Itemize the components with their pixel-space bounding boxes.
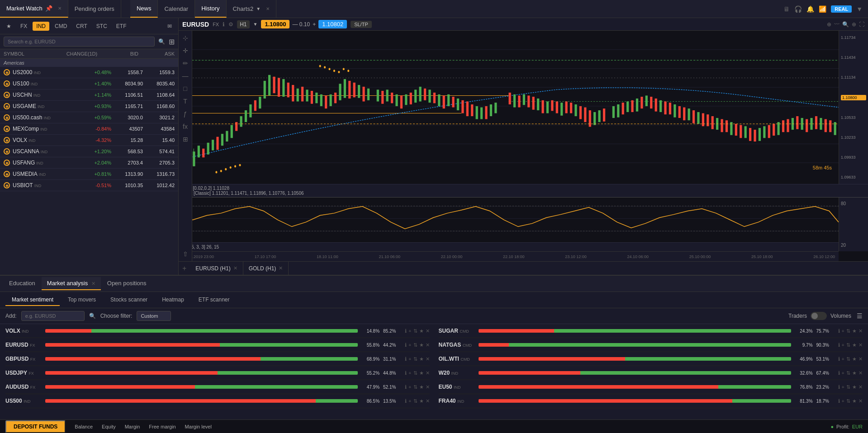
symbol-row-uscanna[interactable]: ◉ USCANNAIND +1.20% 568.53 574.41 bbox=[0, 146, 178, 157]
sent-remove-icon[interactable]: ✕ bbox=[426, 328, 430, 334]
filter-mail[interactable]: ✉ bbox=[164, 22, 175, 31]
mw-close-icon[interactable]: ✕ bbox=[58, 6, 62, 11]
symbol-row-us2000[interactable]: ◉ US2000IND +0.48% 1558.7 1559.3 bbox=[0, 67, 178, 78]
account-dropdown-icon[interactable]: ▼ bbox=[856, 5, 863, 13]
sent-star-icon[interactable]: ★ bbox=[419, 398, 424, 404]
filter-etf[interactable]: ETF bbox=[113, 22, 130, 31]
add-symbol-input[interactable] bbox=[21, 311, 85, 321]
sent-info-icon[interactable]: ℹ bbox=[405, 328, 407, 334]
settings-icon[interactable]: ⚙ bbox=[228, 21, 233, 28]
chart-tab-eurusd-close[interactable]: ✕ bbox=[233, 265, 237, 271]
grid-view-icon[interactable]: ⊞ bbox=[169, 38, 175, 46]
sent-info-icon[interactable]: ℹ bbox=[405, 398, 407, 404]
rectangle-tool[interactable]: □ bbox=[183, 85, 187, 92]
sent-info-icon[interactable]: ℹ bbox=[405, 370, 407, 376]
deposit-funds-button[interactable]: DEPOSIT FUNDS bbox=[5, 420, 66, 433]
subtab-heatmap[interactable]: Heatmap bbox=[156, 294, 190, 306]
sent-info-icon[interactable]: ℹ bbox=[838, 356, 840, 362]
symbol-row-uschn[interactable]: ◉ USCHNIND +1.14% 1106.51 1108.64 bbox=[0, 89, 178, 101]
sent-trade-icon[interactable]: ⇅ bbox=[846, 384, 850, 390]
sent-trade-icon[interactable]: ⇅ bbox=[846, 328, 850, 334]
sent-remove-icon[interactable]: ✕ bbox=[859, 398, 863, 404]
monitor-icon[interactable]: 🖥 bbox=[783, 5, 790, 13]
tab-open-positions[interactable]: Open positions bbox=[102, 277, 152, 290]
chart-timeframe[interactable]: H1 bbox=[237, 20, 249, 28]
sent-add-icon[interactable]: + bbox=[842, 370, 844, 376]
market-analysis-close[interactable]: ✕ bbox=[91, 281, 95, 286]
search-icon[interactable]: 🔍 bbox=[89, 313, 96, 319]
text-tool[interactable]: T bbox=[183, 98, 187, 105]
sent-add-icon[interactable]: + bbox=[408, 342, 411, 348]
chart-tab-eurusd[interactable]: EURUSD (H1) ✕ bbox=[190, 262, 243, 275]
sent-star-icon[interactable]: ★ bbox=[852, 342, 857, 348]
filter-stc[interactable]: STC bbox=[93, 22, 111, 31]
sent-add-icon[interactable]: + bbox=[408, 328, 411, 334]
sent-remove-icon[interactable]: ✕ bbox=[426, 398, 430, 404]
sent-remove-icon[interactable]: ✕ bbox=[859, 356, 863, 362]
sent-remove-icon[interactable]: ✕ bbox=[859, 370, 863, 376]
symbol-row-usgame[interactable]: ◉ USGAMEIND +0.93% 1165.71 1168.60 bbox=[0, 101, 178, 112]
info-icon[interactable]: ℹ bbox=[223, 21, 225, 28]
filter-cmd[interactable]: CMD bbox=[51, 22, 71, 31]
sent-remove-icon[interactable]: ✕ bbox=[426, 370, 430, 376]
sent-star-icon[interactable]: ★ bbox=[419, 370, 424, 376]
sent-star-icon[interactable]: ★ bbox=[852, 398, 857, 404]
charts2-close-icon[interactable]: ✕ bbox=[266, 6, 270, 11]
sent-remove-icon[interactable]: ✕ bbox=[859, 342, 863, 348]
fullscreen-icon[interactable]: ⛶ bbox=[859, 21, 864, 28]
symbol-row-usmedia[interactable]: ◉ USMEDIAIND +0.81% 1313.90 1316.73 bbox=[0, 169, 178, 180]
filter-star[interactable]: ★ bbox=[3, 22, 15, 31]
tab-calendar[interactable]: Calendar bbox=[158, 0, 195, 18]
sent-star-icon[interactable]: ★ bbox=[852, 328, 857, 334]
tab-history[interactable]: History bbox=[195, 0, 226, 18]
add-chart-tab[interactable]: + bbox=[179, 264, 190, 273]
horizontal-line-tool[interactable]: — bbox=[182, 72, 189, 80]
more-tools[interactable]: ⊞ bbox=[183, 136, 188, 143]
sent-add-icon[interactable]: + bbox=[842, 384, 844, 390]
sent-star-icon[interactable]: ★ bbox=[852, 356, 857, 362]
sent-trade-icon[interactable]: ⇅ bbox=[413, 342, 417, 348]
sent-add-icon[interactable]: + bbox=[842, 398, 844, 404]
sent-info-icon[interactable]: ℹ bbox=[838, 370, 840, 376]
pen-tool[interactable]: ✏ bbox=[183, 60, 188, 67]
bell-icon[interactable]: 🔔 bbox=[806, 5, 814, 13]
sent-add-icon[interactable]: + bbox=[842, 328, 844, 334]
sent-trade-icon[interactable]: ⇅ bbox=[846, 356, 850, 362]
sent-add-icon[interactable]: + bbox=[842, 356, 844, 362]
symbol-row-volx[interactable]: ◉ VOLXIND -4.32% 15.28 15.40 bbox=[0, 135, 178, 146]
zoom-out-icon[interactable]: 🔍 bbox=[842, 21, 849, 28]
sent-info-icon[interactable]: ℹ bbox=[838, 384, 840, 390]
filter-fx[interactable]: FX bbox=[17, 22, 31, 31]
sent-star-icon[interactable]: ★ bbox=[419, 356, 424, 362]
share-tool[interactable]: ⇧ bbox=[183, 250, 188, 258]
sent-remove-icon[interactable]: ✕ bbox=[426, 356, 430, 362]
indicator-tool[interactable]: fx bbox=[183, 123, 188, 130]
indicators-icon[interactable]: 〰 bbox=[834, 21, 840, 28]
headset-icon[interactable]: 🎧 bbox=[794, 5, 802, 13]
symbol-row-us100[interactable]: ◉ US100IND +1.40% 8034.90 8035.40 bbox=[0, 78, 178, 89]
sent-info-icon[interactable]: ℹ bbox=[838, 342, 840, 348]
search-icon[interactable]: 🔍 bbox=[158, 38, 165, 45]
filter-crt[interactable]: CRT bbox=[72, 22, 90, 31]
symbol-row-us500.cash[interactable]: ◉ US500.cashIND +0.59% 3020.0 3021.2 bbox=[0, 112, 178, 123]
sent-info-icon[interactable]: ℹ bbox=[405, 342, 407, 348]
filter-ind[interactable]: IND bbox=[33, 22, 49, 31]
tab-education[interactable]: Education bbox=[4, 277, 41, 290]
sent-info-icon[interactable]: ℹ bbox=[405, 356, 407, 362]
sent-remove-icon[interactable]: ✕ bbox=[426, 384, 430, 390]
sent-star-icon[interactable]: ★ bbox=[852, 370, 857, 376]
sent-add-icon[interactable]: + bbox=[408, 370, 411, 376]
sent-star-icon[interactable]: ★ bbox=[419, 384, 424, 390]
sent-add-icon[interactable]: + bbox=[408, 384, 411, 390]
wifi-icon[interactable]: 📶 bbox=[819, 5, 826, 13]
symbol-row-usbiot[interactable]: ◉ USBIOTIND -0.51% 1010.35 1012.42 bbox=[0, 180, 178, 191]
sltp-button[interactable]: SL/TP bbox=[351, 21, 372, 28]
charts2-dropdown-icon[interactable]: ▼ bbox=[256, 6, 261, 11]
candlestick-area[interactable]: 1.11734 1.11434 1.11134 1.10800 1.10533 … bbox=[179, 31, 868, 184]
sent-trade-icon[interactable]: ⇅ bbox=[413, 328, 417, 334]
sent-trade-icon[interactable]: ⇅ bbox=[413, 398, 417, 404]
sent-trade-icon[interactable]: ⇅ bbox=[413, 384, 417, 390]
crosshair-tool[interactable]: ✛ bbox=[183, 47, 188, 54]
sent-star-icon[interactable]: ★ bbox=[419, 342, 424, 348]
search-input[interactable] bbox=[4, 37, 155, 47]
